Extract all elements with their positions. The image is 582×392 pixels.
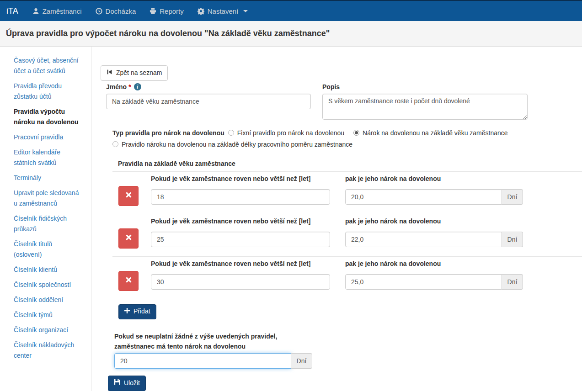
app-brand[interactable]: iTA: [4, 1, 26, 21]
rule-type-radio-group: Typ pravidla pro nárok na dovolenou Fixn…: [112, 128, 582, 149]
nav-item-nastaveni[interactable]: Nastavení: [191, 1, 255, 21]
radio-option-age-based[interactable]: Nárok na dovolenou na základě věku zaměs…: [353, 128, 508, 138]
sidebar-item-editor-kalendare[interactable]: Editor kalendáře státních svátků: [14, 147, 79, 168]
name-label: Jméno*: [106, 83, 311, 91]
sidebar-item-organizace[interactable]: Číselník organizací: [14, 325, 79, 335]
name-input[interactable]: [106, 94, 311, 109]
required-mark: *: [128, 83, 131, 91]
sidebar-item-spolecnosti[interactable]: Číselník společností: [14, 280, 79, 290]
days-unit-addon: Dní: [502, 232, 523, 247]
sidebar-item-ridicske-prukazy[interactable]: Číselník řidičských průkazů: [14, 213, 79, 234]
age-input[interactable]: [151, 232, 330, 247]
print-icon: [150, 8, 156, 15]
radio-icon[interactable]: [228, 130, 234, 136]
rule-row: Pokud je věk zaměstnance roven nebo větš…: [101, 257, 582, 299]
age-input[interactable]: [151, 274, 330, 290]
days-unit-addon: Dní: [291, 353, 312, 369]
sidebar-item-pravidla-vypoctu[interactable]: Pravidla výpočtu nároku na dovolenou: [14, 106, 79, 127]
fallback-field-group: Pokud se neuplatní žádné z výše uvedenýc…: [114, 331, 582, 369]
remove-icon: [126, 234, 132, 243]
step-backward-icon: [107, 69, 112, 78]
days-input[interactable]: [345, 189, 502, 205]
delete-rule-button[interactable]: [118, 271, 139, 291]
divider: [112, 299, 582, 299]
sidebar-item-terminaly[interactable]: Terminály: [14, 173, 79, 183]
delete-rule-button[interactable]: [118, 228, 139, 249]
nav-item-label: Nastavení: [208, 7, 239, 15]
sidebar-item-tymy[interactable]: Číselník týmů: [14, 310, 79, 320]
clock-icon: [96, 8, 102, 15]
remove-icon: [126, 276, 132, 286]
nav-item-label: Docházka: [106, 7, 136, 15]
radio-option-tenure-based[interactable]: Pravidlo nároku na dovolenou na základě …: [112, 140, 352, 149]
rule-edit-form: Zpět na seznam Jméno* Popis S věkem zamě…: [91, 47, 582, 391]
rule-row: Pokud je věk zaměstnance roven nebo větš…: [101, 172, 582, 214]
sidebar-item-nakladova-centra[interactable]: Číselník nákladových center: [14, 340, 79, 361]
age-condition-label: Pokud je věk zaměstnance roven nebo větš…: [151, 259, 330, 268]
sidebar-item-casovy-ucet[interactable]: Časový účet, absenční účet a účet svátků: [14, 55, 79, 76]
fallback-label: Pokud se neuplatní žádné z výše uvedenýc…: [114, 331, 582, 351]
sidebar-item-klienti[interactable]: Číselník klientů: [14, 265, 79, 275]
days-input[interactable]: [345, 274, 502, 290]
days-result-label: pak je jeho nárok na dovolenou: [345, 259, 523, 268]
add-rule-button[interactable]: Přidat: [118, 304, 156, 319]
chevron-down-icon: [243, 10, 248, 12]
nav-item-label: Reporty: [160, 7, 184, 15]
days-unit-addon: Dní: [502, 189, 523, 205]
settings-sidebar: Časový účet, absenční účet a účet svátků…: [0, 47, 91, 391]
save-button[interactable]: Uložit: [108, 376, 146, 391]
nav-item-label: Zaměstnanci: [43, 7, 82, 15]
rules-section-heading: Pravidla na základě věku zaměstnance: [118, 160, 582, 168]
user-icon: [32, 8, 39, 15]
top-navbar: iTA Zaměstnanci Docházka Reporty Nastave…: [0, 0, 582, 21]
radio-checked-icon[interactable]: [353, 130, 359, 136]
sidebar-item-pravidla-prevodu[interactable]: Pravidla převodu zůstatku účtů: [14, 81, 79, 102]
delete-rule-button[interactable]: [118, 186, 139, 206]
age-condition-label: Pokud je věk zaměstnance roven nebo větš…: [151, 174, 330, 183]
back-to-list-button[interactable]: Zpět na seznam: [101, 65, 168, 81]
sidebar-item-upravit-pole[interactable]: Upravit pole sledovaná u zaměstnanců: [14, 188, 79, 209]
info-icon[interactable]: [134, 83, 141, 90]
nav-item-reporty[interactable]: Reporty: [143, 1, 191, 21]
age-input[interactable]: [151, 189, 330, 205]
radio-icon[interactable]: [112, 141, 118, 147]
remove-icon: [126, 191, 132, 201]
description-label: Popis: [322, 83, 528, 91]
gear-icon: [198, 8, 204, 15]
nav-item-dochazka[interactable]: Docházka: [89, 1, 143, 21]
days-unit-addon: Dní: [502, 274, 523, 290]
plus-icon: [124, 307, 130, 316]
sidebar-item-oddeleni[interactable]: Číselník oddělení: [14, 295, 79, 305]
days-result-label: pak je jeho nárok na dovolenou: [345, 174, 523, 183]
nav-item-zamestnanci[interactable]: Zaměstnanci: [26, 1, 89, 21]
page-header: Úprava pravidla pro výpočet nároku na do…: [0, 21, 582, 47]
days-result-label: pak je jeho nárok na dovolenou: [345, 217, 523, 226]
description-field-group: Popis S věkem zaměstnance roste i počet …: [322, 83, 528, 121]
save-icon: [114, 379, 120, 388]
page-title: Úprava pravidla pro výpočet nároku na do…: [6, 29, 330, 38]
description-textarea[interactable]: S věkem zaměstnance roste i počet dnů do…: [322, 94, 528, 120]
rule-type-label: Typ pravidla pro nárok na dovolenou: [112, 128, 224, 138]
days-input[interactable]: [345, 232, 502, 247]
radio-option-fixed-rule[interactable]: Fixní pravidlo pro nárok na dovolenou: [228, 128, 344, 138]
age-condition-label: Pokud je věk zaměstnance roven nebo větš…: [151, 217, 330, 226]
name-field-group: Jméno*: [106, 83, 311, 121]
fallback-days-input[interactable]: [114, 353, 291, 369]
sidebar-item-tituly[interactable]: Číselník titulů (oslovení): [14, 239, 79, 260]
sidebar-item-pracovni-pravidla[interactable]: Pracovní pravidla: [14, 132, 79, 143]
rule-row: Pokud je věk zaměstnance roven nebo větš…: [101, 214, 582, 256]
